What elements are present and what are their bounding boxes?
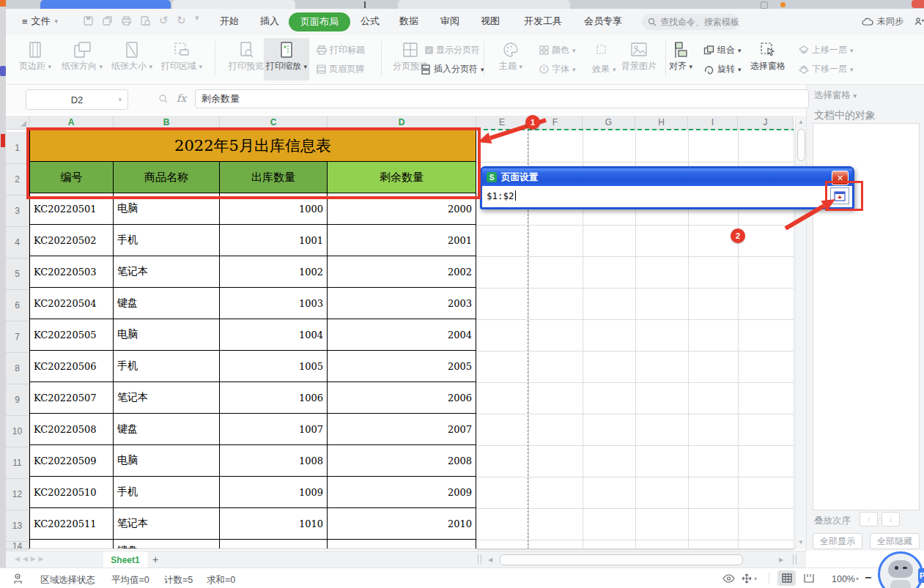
selection-pane-button[interactable]: 选择窗格 [747, 40, 788, 72]
effects-button[interactable]: 效果 ▾ [592, 63, 616, 75]
eye-icon[interactable] [722, 574, 735, 583]
assistant-avatar[interactable] [878, 551, 923, 588]
colors-button[interactable]: 颜色 ▾ [539, 44, 576, 56]
header-footer-button[interactable]: 页眉页脚 [317, 63, 364, 75]
table-header-3[interactable]: 剩余数量 [328, 162, 476, 193]
table-cell-r6c1[interactable]: 键盘 [114, 288, 220, 319]
name-box[interactable]: D2 ▾ [26, 89, 128, 110]
row-header-10[interactable]: 10 [6, 416, 29, 447]
bring-forward-button[interactable]: 上移一层 ▾ [799, 44, 854, 56]
row-header-5[interactable]: 5 [6, 258, 29, 290]
table-cell-r11c1[interactable]: 电脑 [114, 445, 220, 477]
table-cell-r11c3[interactable]: 2008 [328, 445, 476, 477]
scroll-left-icon[interactable]: ◀ [488, 557, 492, 563]
collab-button[interactable]: 协 [914, 15, 924, 28]
assistant-tag[interactable]: P [918, 568, 924, 583]
table-cell-r6c2[interactable]: 1003 [220, 288, 328, 319]
table-cell-r7c1[interactable]: 电脑 [114, 319, 220, 351]
column-header-G[interactable]: G [583, 116, 635, 130]
show-all-button[interactable]: 全部显示 [813, 533, 862, 549]
zoom-dropdown-icon[interactable]: ▾ [856, 576, 859, 582]
table-header-1[interactable]: 商品名称 [114, 162, 220, 193]
row-header-8[interactable]: 8 [6, 353, 29, 384]
column-header-A[interactable]: A [29, 116, 114, 130]
row-header-2[interactable]: 2 [6, 164, 29, 196]
h-split-right[interactable] [793, 554, 797, 565]
table-cell-r9c1[interactable]: 笔记本 [114, 382, 220, 414]
column-header-B[interactable]: B [114, 116, 220, 130]
menu-tab-公式[interactable]: 公式 [361, 15, 380, 28]
table-cell-r6c0[interactable]: KC20220504 [29, 288, 114, 319]
pin-icon[interactable] [761, 1, 768, 9]
table-cell-r9c2[interactable]: 1006 [220, 382, 328, 414]
background-button[interactable]: 背景图片 [618, 40, 660, 72]
show-pagebreaks-checkbox[interactable]: ✓ 显示分页符 [425, 44, 480, 56]
table-cell-r3c3[interactable]: 2000 [328, 193, 476, 225]
table-cell-r5c3[interactable]: 2002 [328, 256, 476, 288]
row-header-7[interactable]: 7 [6, 321, 29, 353]
print-titles-button[interactable]: 打印标题 [317, 44, 365, 56]
zoom-out-button[interactable]: − [865, 571, 871, 584]
move-tool-icon[interactable] [742, 573, 752, 584]
row-header-3[interactable]: 3 [6, 196, 29, 227]
row-header-11[interactable]: 11 [6, 447, 29, 479]
undo-icon[interactable]: ↺ [159, 14, 169, 27]
column-header-E[interactable]: E [476, 116, 528, 130]
themes-button[interactable]: 主题 ▾ [489, 40, 532, 72]
column-header-J[interactable]: J [738, 116, 794, 130]
table-cell-r11c0[interactable]: KC20220509 [29, 445, 114, 477]
table-cell-r3c0[interactable]: KC20220501 [29, 193, 114, 225]
move-tool-dropdown-icon[interactable]: ▾ [754, 576, 757, 582]
new-tab-button[interactable] [364, 1, 366, 8]
table-cell-r10c1[interactable]: 键盘 [114, 414, 220, 445]
table-header-2[interactable]: 出库数量 [220, 162, 328, 193]
orientation-button[interactable]: 纸张方向 ▾ [59, 40, 106, 72]
row-header-13[interactable]: 13 [6, 510, 29, 542]
scroll-up-icon[interactable]: ▲ [798, 119, 804, 125]
table-cell-r3c2[interactable]: 1000 [220, 193, 328, 225]
table-title-cell[interactable]: 2022年5月出库信息表 [29, 130, 476, 162]
dialog-titlebar[interactable]: S 页面设置 ✕ [482, 168, 852, 186]
add-sheet-button[interactable]: + [152, 554, 158, 565]
row-header-4[interactable]: 4 [6, 227, 29, 258]
quickbar-more-icon[interactable]: ▾ [195, 13, 199, 23]
stack-up-button[interactable]: ↑ [860, 512, 878, 526]
zoom-level[interactable]: 100% [832, 574, 855, 584]
paper-size-button[interactable]: 纸张大小 ▾ [108, 40, 155, 72]
table-cell-r13c3[interactable]: 2010 [328, 508, 476, 540]
table-cell-r4c2[interactable]: 1001 [220, 225, 328, 256]
normal-view-button[interactable] [777, 570, 796, 586]
zoom-formula-icon[interactable] [158, 94, 169, 104]
dialog-close-button[interactable]: ✕ [832, 171, 849, 185]
page-margins-button[interactable]: 页边距 ▾ [12, 40, 59, 72]
table-cell-r4c3[interactable]: 2001 [328, 225, 476, 256]
table-cell-r7c3[interactable]: 2004 [328, 319, 476, 351]
menu-tab-开发工具[interactable]: 开发工具 [524, 15, 562, 28]
row-header-12[interactable]: 12 [6, 479, 29, 510]
table-cell-r13c2[interactable]: 1010 [220, 508, 328, 540]
sync-status[interactable]: 未同步 [862, 15, 903, 28]
menu-tab-会员专享[interactable]: 会员专享 [584, 15, 622, 28]
formula-input[interactable]: 剩余数量 [195, 89, 809, 108]
fonts-button[interactable]: T 字体 ▾ [539, 63, 576, 75]
tab-docer[interactable]: 稻壳 [172, 0, 295, 9]
table-cell-r4c0[interactable]: KC20220502 [29, 225, 114, 256]
row-header-1[interactable]: 1 [6, 132, 29, 164]
screenshot-icon[interactable] [12, 573, 24, 584]
scroll-right-icon[interactable]: ▶ [779, 557, 783, 563]
table-cell-r5c1[interactable]: 笔记本 [114, 256, 220, 288]
tab-home[interactable]: 首页 [40, 0, 171, 9]
print-preview-icon[interactable] [140, 15, 151, 26]
group-button[interactable]: 组合 ▾ [703, 44, 742, 56]
file-menu[interactable]: ≡ 文件 ▾ [22, 15, 58, 28]
rotate-button[interactable]: 旋转 ▾ [703, 63, 742, 75]
table-cell-r4c1[interactable]: 手机 [114, 225, 220, 256]
column-header-I[interactable]: I [688, 116, 738, 130]
collapse-dialog-button[interactable] [830, 187, 849, 204]
row-header-9[interactable]: 9 [6, 384, 29, 416]
menu-tab-开始[interactable]: 开始 [220, 15, 239, 28]
table-cell-r12c0[interactable]: KC20220510 [29, 477, 114, 508]
tab-workbook[interactable]: S 工作簿1.xlsx [398, 0, 570, 9]
page-setup-dialog[interactable]: S 页面设置 ✕ $1:$2 [480, 166, 854, 209]
table-cell-r7c2[interactable]: 1004 [220, 319, 328, 351]
